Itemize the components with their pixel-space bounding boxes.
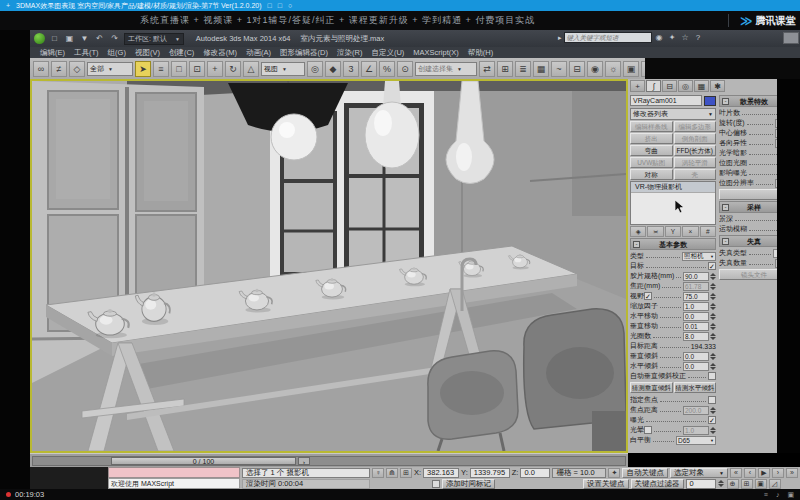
modifier-button[interactable]: 壳 [674, 169, 717, 180]
percent-snap-icon[interactable]: % [379, 61, 395, 77]
spinner[interactable] [709, 322, 716, 331]
new-file-icon[interactable]: □ [49, 34, 60, 43]
selection-filter-dropdown[interactable]: 全部 ▼ [87, 62, 133, 76]
vignetting-checkbox[interactable] [644, 426, 652, 434]
distortion-type-dropdown[interactable] [773, 249, 777, 258]
curve-editor-icon[interactable]: ~ [551, 61, 567, 77]
select-object-icon[interactable]: ➤ [135, 61, 151, 77]
horizontal-tilt-field[interactable]: 0.0 [683, 362, 709, 371]
rendered-frame-icon[interactable]: ▣ [623, 61, 639, 77]
unlink-icon[interactable]: ≠ [51, 61, 67, 77]
focus-distance-field[interactable]: 200.0 [683, 406, 709, 415]
configure-modifier-sets-icon[interactable]: # [700, 226, 716, 237]
render-setup-icon[interactable]: ☼ [605, 61, 621, 77]
type-dropdown[interactable]: 照相机 ▼ [682, 252, 716, 261]
center-bias-field[interactable] [775, 129, 777, 138]
overlay-plus-icon[interactable]: + [6, 2, 10, 9]
spinner[interactable] [709, 352, 716, 361]
menu-create[interactable]: 创建(C) [169, 48, 194, 58]
menu-graph-editors[interactable]: 图形编辑器(D) [280, 48, 328, 58]
tab-utilities-icon[interactable]: ✱ [710, 80, 725, 92]
spinner[interactable] [709, 292, 716, 301]
reference-coord-dropdown[interactable]: 视图 ▼ [261, 62, 305, 76]
modifier-button[interactable]: 编辑多边形 [674, 121, 717, 132]
tab-modify-icon[interactable]: ∫ [646, 80, 661, 92]
isolate-bulb-icon[interactable]: ♀ [372, 468, 384, 478]
menu-customize[interactable]: 自定义(U) [371, 48, 404, 58]
rollout-distortion[interactable]: - 失真 [719, 235, 777, 247]
y-coordinate-field[interactable]: 1339.795 [470, 468, 510, 478]
specify-focus-checkbox[interactable] [708, 396, 716, 404]
menu-help[interactable]: 帮助(H) [468, 48, 493, 58]
guess-vertical-tilt-button[interactable]: 猜测垂直倾斜 [630, 382, 673, 393]
open-file-icon[interactable]: ▣ [64, 34, 75, 43]
zoom-extents-icon[interactable]: ⊕ [727, 479, 739, 489]
menu-modifiers[interactable]: 修改器(M) [203, 48, 237, 58]
tab-motion-icon[interactable]: ◎ [678, 80, 693, 92]
set-key-icon[interactable]: ✦ [608, 468, 620, 478]
workspace-dropdown[interactable]: 工作区: 默认 ▼ [124, 33, 184, 45]
maximize-viewport-icon[interactable]: ▣ [755, 479, 767, 489]
targeted-checkbox[interactable]: ✓ [708, 262, 716, 270]
current-frame-field[interactable]: 0 [686, 479, 716, 489]
bitmap-slot-button[interactable] [719, 189, 777, 200]
search-input[interactable] [564, 32, 652, 43]
named-selection-set-combobox[interactable]: 创建选择集 ▼ [415, 62, 477, 76]
bind-spacewarp-icon[interactable]: ◇ [69, 61, 85, 77]
angle-snap-icon[interactable]: ∠ [361, 61, 377, 77]
vertical-shift-field[interactable]: 0.01 [683, 322, 709, 331]
save-file-icon[interactable]: ▼ [79, 34, 90, 43]
select-move-icon[interactable]: + [207, 61, 223, 77]
region-select-icon[interactable]: □ [171, 61, 187, 77]
modifier-button[interactable]: FFD(长方体) [674, 145, 717, 156]
max-logo-icon[interactable] [34, 33, 45, 44]
volume-icon[interactable]: ♪ [776, 491, 780, 498]
pan-view-icon[interactable]: ◿ [769, 479, 781, 489]
remove-modifier-icon[interactable]: × [682, 226, 698, 237]
guess-horizontal-tilt-button[interactable]: 猜测水平倾斜 [674, 382, 717, 393]
tab-display-icon[interactable]: ▦ [694, 80, 709, 92]
material-editor-icon[interactable]: ◉ [587, 61, 603, 77]
vignetting-field[interactable]: 1.0 [683, 426, 709, 435]
modifier-list-dropdown[interactable]: 修改器列表 ▼ [630, 108, 716, 120]
exposure-checkbox[interactable]: ✓ [708, 416, 716, 424]
tab-create-icon[interactable]: + [630, 80, 645, 92]
spinner[interactable] [709, 312, 716, 321]
search-icon[interactable]: ◉ [654, 33, 665, 42]
spinner[interactable] [709, 362, 716, 371]
modifier-button[interactable]: 编辑样条线 [630, 121, 673, 132]
layer-manager-icon[interactable]: ≣ [515, 61, 531, 77]
search-go-icon[interactable]: ▸ [558, 34, 562, 42]
use-pivot-center-icon[interactable]: ◎ [307, 61, 323, 77]
schematic-view-icon[interactable]: ⊟ [569, 61, 585, 77]
next-frame-button[interactable]: › [298, 457, 310, 465]
select-rotate-icon[interactable]: ↻ [225, 61, 241, 77]
spinner[interactable] [709, 282, 716, 291]
overlay-window2-icon[interactable]: □ [278, 2, 282, 9]
time-slider-thumb[interactable]: 0 / 100 [111, 457, 296, 465]
key-filters-button[interactable]: 关键点过滤器 [631, 479, 684, 489]
select-manipulate-icon[interactable]: ◆ [325, 61, 341, 77]
ribbon-toggle-icon[interactable]: ▦ [533, 61, 549, 77]
mirror-icon[interactable]: ⇄ [479, 61, 495, 77]
select-link-icon[interactable]: ∞ [33, 61, 49, 77]
undo-icon[interactable]: ↶ [94, 34, 105, 43]
select-scale-icon[interactable]: △ [243, 61, 259, 77]
auto-key-button[interactable]: 自动关键点 [622, 468, 668, 478]
menu-edit[interactable]: 编辑(E) [40, 48, 65, 58]
set-key-button[interactable]: 设置关键点 [583, 479, 629, 489]
horizontal-shift-field[interactable]: 0.0 [683, 312, 709, 321]
object-name-field[interactable]: VRayCam001 [630, 95, 702, 106]
overlay-window-icon[interactable]: □ [268, 2, 272, 9]
distortion-amount-field[interactable] [775, 259, 777, 268]
align-icon[interactable]: ⊞ [497, 61, 513, 77]
auto-tilt-checkbox[interactable] [708, 372, 716, 380]
z-coordinate-field[interactable]: 0.0 [520, 468, 550, 478]
menu-tools[interactable]: 工具(T) [74, 48, 99, 58]
overlay-record-icon[interactable]: ○ [288, 2, 292, 9]
spinner[interactable] [709, 272, 716, 281]
zoom-factor-field[interactable]: 1.0 [683, 302, 709, 311]
frame-spinner[interactable] [718, 479, 725, 488]
spinner[interactable] [709, 302, 716, 311]
play-icon[interactable]: ▶ [758, 468, 770, 478]
